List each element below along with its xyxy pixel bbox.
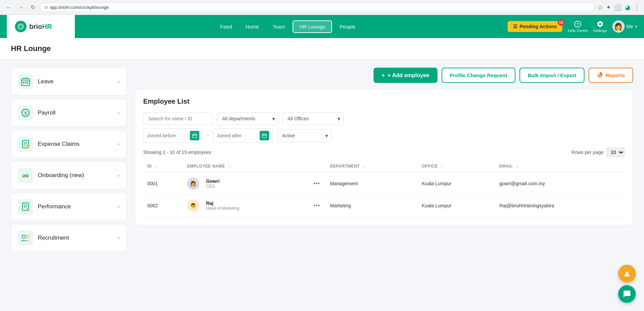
status-select[interactable]: Active Inactive All bbox=[277, 129, 331, 142]
employee-name-cell: 👩 Gowri CEO bbox=[183, 172, 307, 195]
offices-select[interactable]: All Offices bbox=[282, 112, 344, 125]
address-bar[interactable]: ⊙ app.briohr.com/cockpit/lounge bbox=[40, 3, 595, 12]
sidebar-item-leave[interactable]: Leave › bbox=[11, 68, 127, 96]
back-button[interactable]: ← bbox=[4, 3, 14, 12]
col-department[interactable]: DEPARTMENT ↑↓ bbox=[326, 160, 417, 172]
employee-office: Kuala Lumpur bbox=[418, 172, 495, 195]
col-office[interactable]: OFFICE ↑↓ bbox=[418, 160, 495, 172]
sidebar-item-payroll[interactable]: $ Payroll › bbox=[11, 99, 127, 127]
extension-icon[interactable]: ✦ bbox=[606, 4, 611, 11]
employee-id: 0002 bbox=[143, 195, 183, 217]
avatar: 👨 bbox=[187, 200, 199, 212]
settings-label: Settings bbox=[593, 29, 607, 33]
nav-hr-lounge[interactable]: HR Lounge bbox=[293, 20, 332, 33]
joined-before-wrapper bbox=[143, 128, 203, 143]
departments-select-wrapper: All departments bbox=[217, 112, 278, 125]
sidebar: Leave › $ Payroll › bbox=[11, 68, 127, 255]
pending-actions-button[interactable]: ☰ Pending Actions 13 bbox=[508, 21, 562, 32]
reports-button[interactable]: Reports bbox=[589, 68, 633, 83]
performance-chevron-icon: › bbox=[118, 204, 119, 210]
col-email[interactable]: EMAIL ↑↓ bbox=[495, 160, 625, 172]
filters-row-1: All departments All Offices bbox=[143, 112, 625, 125]
pending-count-badge: 13 bbox=[558, 19, 564, 26]
employee-department: Management bbox=[326, 172, 417, 195]
nav-right: ☰ Pending Actions 13 ? Help Centre Setti… bbox=[508, 20, 637, 33]
sidebar-item-expense-claims[interactable]: ★ Expense Claims › bbox=[11, 130, 127, 158]
refresh-button[interactable]: ↻ bbox=[29, 3, 37, 12]
employee-more-button[interactable]: ••• bbox=[311, 179, 322, 188]
joined-after-input[interactable] bbox=[217, 133, 258, 138]
offices-select-wrapper: All Offices bbox=[282, 112, 344, 125]
svg-rect-15 bbox=[18, 137, 33, 152]
add-employee-button[interactable]: + + Add employee bbox=[374, 68, 437, 83]
page-header: HR Lounge bbox=[0, 38, 644, 59]
dept-sort-icon: ↑↓ bbox=[362, 164, 366, 168]
employee-info: Raj Head of Marketing bbox=[206, 201, 240, 211]
date-separator: - bbox=[207, 133, 209, 138]
sidebar-item-performance[interactable]: Performance › bbox=[11, 193, 127, 221]
user-avatar-button[interactable]: 👩 Me ▾ bbox=[612, 20, 637, 33]
list-icon: ☰ bbox=[513, 24, 517, 29]
joined-before-calendar-button[interactable] bbox=[190, 131, 199, 140]
nav-feed[interactable]: Feed bbox=[214, 21, 238, 32]
help-centre-button[interactable]: ? Help Centre bbox=[568, 20, 588, 33]
logo-area: brioHR bbox=[7, 15, 75, 38]
joined-before-input[interactable] bbox=[147, 133, 188, 138]
col-id[interactable]: ID ↑↓ bbox=[143, 160, 183, 172]
employee-table-body: 0001 👩 Gowri CEO bbox=[143, 172, 625, 217]
svg-rect-25 bbox=[18, 199, 33, 214]
user-chevron-icon: ▾ bbox=[635, 24, 637, 29]
leave-label: Leave bbox=[38, 78, 113, 85]
employee-info: Gowri CEO bbox=[206, 178, 220, 189]
svg-text:?: ? bbox=[577, 22, 579, 27]
forward-button[interactable]: → bbox=[16, 3, 26, 12]
bulk-import-button[interactable]: Bulk Import / Export bbox=[519, 68, 584, 83]
recruitment-label: Recruitment bbox=[38, 235, 113, 241]
employee-list-card: Employee List All departments All Office… bbox=[135, 89, 633, 225]
joined-after-calendar-button[interactable] bbox=[260, 131, 269, 140]
col-name[interactable]: EMPLOYEE NAME ↑↓ bbox=[183, 160, 307, 172]
help-centre-label: Help Centre bbox=[568, 29, 588, 33]
search-input[interactable] bbox=[143, 112, 213, 125]
svg-rect-6 bbox=[27, 77, 28, 80]
sync-icon[interactable]: ◕ bbox=[625, 4, 630, 11]
settings-button[interactable]: Settings bbox=[593, 20, 607, 33]
col-dept[interactable] bbox=[307, 160, 326, 172]
profile-change-button[interactable]: Profile Change Request bbox=[442, 68, 515, 83]
table-header: ID ↑↓ EMPLOYEE NAME ↑↓ DEPARTMENT ↑↓ bbox=[143, 160, 625, 172]
puzzle-icon[interactable]: ⬜ bbox=[614, 4, 622, 11]
svg-point-0 bbox=[18, 24, 23, 29]
employee-role: CEO bbox=[206, 184, 220, 189]
status-select-wrapper: Active Inactive All bbox=[277, 129, 331, 142]
employee-email: Raj@briohrtrainingsyakira bbox=[495, 195, 625, 217]
sidebar-item-onboarding[interactable]: Onboarding (new) › bbox=[11, 161, 127, 189]
svg-rect-9 bbox=[25, 82, 26, 84]
lock-icon: ⊙ bbox=[44, 5, 48, 10]
star-icon[interactable]: ☆ bbox=[597, 4, 603, 11]
add-icon: + bbox=[382, 72, 385, 79]
nav-home[interactable]: Home bbox=[240, 21, 265, 32]
nav-people[interactable]: People bbox=[333, 21, 362, 32]
employee-name: Raj bbox=[206, 201, 240, 206]
avatar-emoji: 👩 bbox=[190, 181, 196, 186]
sidebar-item-recruitment[interactable]: Recruitment › bbox=[11, 224, 127, 252]
pending-actions-label: Pending Actions bbox=[519, 24, 557, 29]
page-title: HR Lounge bbox=[11, 44, 633, 53]
nav-team[interactable]: Team bbox=[267, 21, 292, 32]
rows-per-page-select[interactable]: 10 25 50 bbox=[606, 148, 625, 157]
employee-role: Head of Marketing bbox=[206, 206, 240, 211]
employee-more-button[interactable]: ••• bbox=[311, 202, 322, 210]
employee-email: gowri@gmail.com.my bbox=[495, 172, 625, 195]
departments-select[interactable]: All departments bbox=[217, 112, 278, 125]
menu-icon[interactable]: ⋮ bbox=[634, 4, 640, 11]
avatar: 👩 bbox=[187, 177, 199, 190]
leave-icon bbox=[18, 74, 33, 89]
recruitment-chevron-icon: › bbox=[118, 235, 119, 241]
expense-claims-chevron-icon: › bbox=[118, 141, 119, 147]
performance-label: Performance bbox=[38, 203, 113, 210]
svg-rect-38 bbox=[262, 134, 266, 138]
name-sort-icon: ↑↓ bbox=[228, 164, 232, 168]
payroll-icon: $ bbox=[18, 105, 33, 120]
employee-list-title: Employee List bbox=[143, 98, 625, 105]
employee-office: Kuala Lumpur bbox=[418, 195, 495, 217]
